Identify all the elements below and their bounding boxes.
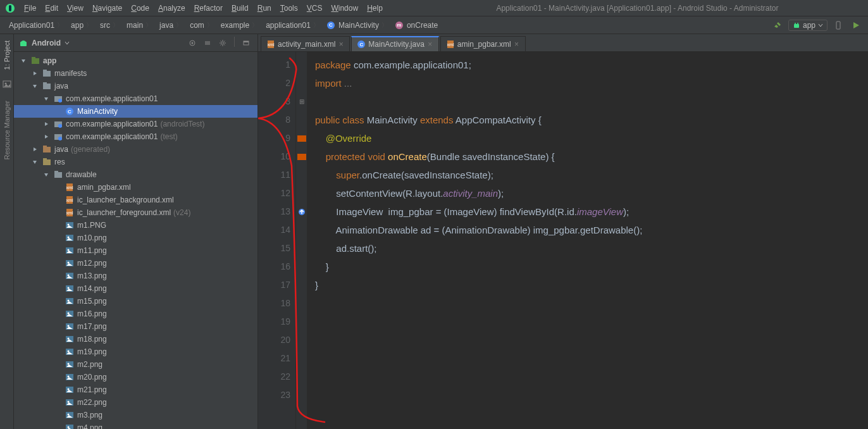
breadcrumb-main[interactable]: main xyxy=(123,19,156,32)
gutter-mark-cell[interactable] xyxy=(296,111,307,129)
gutter-mark-cell[interactable] xyxy=(296,239,307,258)
menu-file[interactable]: File xyxy=(20,3,40,14)
tree-node-m18-png[interactable]: m18.png xyxy=(14,333,257,345)
tree-twisty-icon[interactable] xyxy=(42,120,51,128)
breadcrumb-com[interactable]: com xyxy=(186,19,217,32)
tree-node-m11-png[interactable]: m11.png xyxy=(14,244,257,257)
gutter-mark-cell[interactable] xyxy=(296,147,307,166)
code-line[interactable]: } xyxy=(315,258,868,276)
gutter-mark-cell[interactable] xyxy=(296,166,307,184)
gutter-mark-cell[interactable] xyxy=(296,276,307,294)
code-line[interactable] xyxy=(315,92,868,111)
gutter-mark-cell[interactable] xyxy=(296,258,307,276)
tree-twisty-icon[interactable] xyxy=(53,373,62,382)
device-selector-icon[interactable] xyxy=(831,18,845,32)
tree-twisty-icon[interactable] xyxy=(53,259,62,268)
tree-node-m22-png[interactable]: m22.png xyxy=(14,396,257,409)
tree-twisty-icon[interactable] xyxy=(53,246,62,255)
close-icon[interactable]: × xyxy=(514,41,520,47)
tree-node-m2-png[interactable]: m2.png xyxy=(14,358,257,371)
menu-edit[interactable]: Edit xyxy=(41,3,62,14)
gutter-mark-cell[interactable] xyxy=(296,368,307,386)
tree-twisty-icon[interactable] xyxy=(30,145,39,154)
breadcrumb-application01[interactable]: application01 xyxy=(262,19,323,32)
tree-node-res[interactable]: res xyxy=(14,156,257,168)
tree-twisty-icon[interactable] xyxy=(53,271,62,280)
code-line[interactable]: } xyxy=(315,276,868,294)
tree-node-m14-png[interactable]: m14.png xyxy=(14,282,257,295)
build-hammer-icon[interactable] xyxy=(771,18,784,32)
line-number[interactable]: 22 xyxy=(258,368,290,386)
gutter-mark-cell[interactable] xyxy=(296,331,307,349)
gutter-mark-cell[interactable] xyxy=(296,313,307,331)
tree-twisty-icon[interactable] xyxy=(53,423,62,429)
tree-twisty-icon[interactable] xyxy=(53,360,62,369)
line-number[interactable]: 21 xyxy=(258,349,290,368)
tree-node-java[interactable]: java xyxy=(14,80,257,92)
override-icon[interactable] xyxy=(298,208,306,216)
line-number[interactable]: 1 xyxy=(258,56,290,74)
expand-all-icon[interactable] xyxy=(201,37,214,49)
breadcrumb-mainactivity[interactable]: CMainActivity xyxy=(323,19,392,32)
code-line[interactable]: @Override xyxy=(315,129,868,147)
breadcrumb-app[interactable]: app xyxy=(67,19,96,32)
tree-node-m13-png[interactable]: m13.png xyxy=(14,270,257,282)
code-line[interactable]: public class MainActivity extends AppCom… xyxy=(315,111,868,129)
tab-mainactivity-java[interactable]: CMainActivity.java× xyxy=(351,36,438,51)
tree-node-app[interactable]: app xyxy=(14,54,257,67)
line-number[interactable]: 15 xyxy=(258,239,290,258)
tree-twisty-icon[interactable] xyxy=(53,233,62,242)
menu-run[interactable]: Run xyxy=(254,3,275,14)
breadcrumb-example[interactable]: example xyxy=(217,19,262,32)
tree-twisty-icon[interactable] xyxy=(30,158,39,166)
tab-activity-main-xml[interactable]: xmlactivity_main.xml× xyxy=(261,36,350,51)
menu-refactor[interactable]: Refactor xyxy=(190,3,226,14)
gutter-mark-cell[interactable] xyxy=(296,294,307,313)
tree-twisty-icon[interactable] xyxy=(53,221,62,230)
tree-node-m12-png[interactable]: m12.png xyxy=(14,257,257,270)
menu-code[interactable]: Code xyxy=(127,3,153,14)
tree-twisty-icon[interactable] xyxy=(53,322,62,331)
tree-node-amin-pgbar-xml[interactable]: xmlamin_pgbar.xml xyxy=(14,181,257,194)
run-configuration-selector[interactable]: app xyxy=(788,20,828,31)
breadcrumb-application01[interactable]: Application01 xyxy=(5,19,67,32)
menu-tools[interactable]: Tools xyxy=(276,3,302,14)
project-view-selector[interactable]: Android xyxy=(19,39,70,47)
code-line[interactable]: protected void onCreate(Bundle savedInst… xyxy=(315,147,868,166)
tree-twisty-icon[interactable] xyxy=(42,132,51,141)
breadcrumb-oncreate[interactable]: monCreate xyxy=(392,19,444,32)
gear-icon[interactable] xyxy=(216,37,229,49)
tree-twisty-icon[interactable] xyxy=(53,398,62,407)
run-icon[interactable] xyxy=(849,18,863,32)
tree-node-m16-png[interactable]: m16.png xyxy=(14,308,257,320)
line-number[interactable]: 9 xyxy=(258,129,290,147)
tree-node-ic-launcher-foreground-xml[interactable]: xmlic_launcher_foreground.xml(v24) xyxy=(14,206,257,219)
code-line[interactable]: package com.example.application01; xyxy=(315,56,868,74)
tree-node-m15-png[interactable]: m15.png xyxy=(14,295,257,308)
menu-help[interactable]: Help xyxy=(363,3,387,14)
project-tree[interactable]: appmanifestsjavacom.example.application0… xyxy=(14,52,257,429)
tree-twisty-icon[interactable] xyxy=(53,335,62,344)
gutter-mark-cell[interactable] xyxy=(296,221,307,239)
line-number[interactable]: 8 xyxy=(258,111,290,129)
tree-twisty-icon[interactable] xyxy=(53,107,62,116)
tree-twisty-icon[interactable] xyxy=(42,94,51,103)
menu-build[interactable]: Build xyxy=(228,3,252,14)
menu-vcs[interactable]: VCS xyxy=(303,3,326,14)
tree-node-java[interactable]: java(generated) xyxy=(14,143,257,156)
select-opened-file-icon[interactable] xyxy=(186,37,199,49)
tree-node-m17-png[interactable]: m17.png xyxy=(14,320,257,333)
tree-node-com-example-application01[interactable]: com.example.application01(androidTest) xyxy=(14,118,257,130)
line-number[interactable]: 2 xyxy=(258,74,290,92)
tree-node-m1-png[interactable]: m1.PNG xyxy=(14,219,257,232)
close-icon[interactable]: × xyxy=(338,41,344,47)
line-number[interactable]: 16 xyxy=(258,258,290,276)
code-line[interactable]: import ... xyxy=(315,74,868,92)
line-number[interactable]: 13 xyxy=(258,202,290,221)
line-gutter[interactable]: 123891011121314151617181920212223 xyxy=(258,52,296,429)
tree-node-manifests[interactable]: manifests xyxy=(14,67,257,80)
code-editor[interactable]: 123891011121314151617181920212223 ⊞ pack… xyxy=(258,52,868,429)
breadcrumb-src[interactable]: src xyxy=(96,19,123,32)
tree-node-com-example-application01[interactable]: com.example.application01(test) xyxy=(14,130,257,143)
tree-node-m21-png[interactable]: m21.png xyxy=(14,383,257,396)
